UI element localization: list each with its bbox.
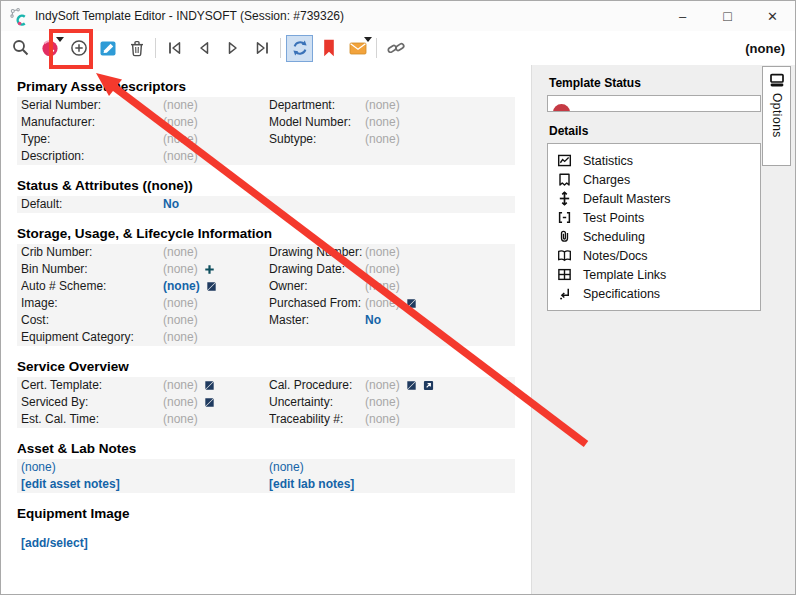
delete-icon — [127, 38, 147, 58]
field-cell: Equipment Category: — [21, 329, 163, 346]
history-button[interactable] — [36, 35, 63, 62]
app-window: IndySoft Template Editor - INDYSOFT (Ses… — [0, 0, 796, 595]
field-cell: (none) — [163, 329, 269, 346]
field-row: Serviced By:(none)Uncertainty:(none) — [17, 394, 515, 411]
details-label: Details — [549, 124, 795, 138]
assign-icon[interactable] — [204, 380, 215, 391]
plus-icon[interactable] — [204, 264, 215, 275]
section-fields: Default:No — [17, 196, 515, 213]
field-cell: Cert. Template: — [21, 377, 163, 394]
field-cell: Subtype: — [269, 131, 365, 148]
minimize-button[interactable]: – — [660, 1, 705, 31]
assign-icon[interactable] — [406, 298, 417, 309]
field-cell: Owner: — [269, 278, 365, 295]
next-record-button[interactable] — [219, 35, 246, 62]
dropdown-caret-icon[interactable] — [56, 37, 64, 42]
field-row: Crib Number:(none)Drawing Number:(none) — [17, 244, 515, 261]
edit-button[interactable] — [94, 35, 121, 62]
details-item-statistics[interactable]: Statistics — [548, 151, 760, 170]
details-item-test-points[interactable]: Test Points — [548, 208, 760, 227]
section-title: Status & Attributes ((none)) — [17, 178, 515, 193]
field-value-link[interactable]: (none) — [21, 459, 56, 476]
details-item-template-links[interactable]: Template Links — [548, 265, 760, 284]
field-cell: Master: — [269, 312, 365, 329]
edit-link[interactable]: [edit asset notes] — [21, 476, 120, 493]
field-label: Cal. Procedure: — [269, 377, 352, 394]
field-cell: (none) — [365, 131, 515, 148]
field-value: (none) — [365, 295, 400, 312]
field-value: (none) — [163, 148, 198, 165]
details-item-charges[interactable]: Charges — [548, 170, 760, 189]
template-links-icon — [557, 267, 573, 283]
refresh-button[interactable] — [286, 35, 313, 62]
assign-icon[interactable] — [204, 397, 215, 408]
field-cell: (none) — [163, 244, 269, 261]
field-value: (none) — [365, 377, 400, 394]
field-label: Description: — [21, 148, 84, 165]
field-cell: (none) — [365, 261, 515, 278]
section: Asset & Lab Notes(none)(none)[edit asset… — [17, 441, 515, 493]
dropdown-caret-icon[interactable] — [364, 37, 372, 42]
field-cell: Est. Cal. Time: — [21, 411, 163, 428]
field-row: Manufacturer:(none)Model Number:(none) — [17, 114, 515, 131]
field-cell: Drawing Number: — [269, 244, 365, 261]
field-label: Est. Cal. Time: — [21, 411, 99, 428]
bookmark-button[interactable] — [315, 35, 342, 62]
template-status-label: Template Status — [549, 76, 795, 90]
section: Storage, Usage, & Lifecycle InformationC… — [17, 226, 515, 346]
edit-link[interactable]: [edit lab notes] — [269, 476, 354, 493]
field-value-link[interactable]: No — [163, 196, 179, 213]
field-cell: (none) — [365, 295, 515, 312]
details-item-specifications[interactable]: Specifications — [548, 284, 760, 303]
maximize-button[interactable]: □ — [705, 1, 750, 31]
field-value-link[interactable]: (none) — [269, 459, 304, 476]
edit-link[interactable]: [add/select] — [21, 535, 88, 552]
section-title: Storage, Usage, & Lifecycle Information — [17, 226, 515, 241]
details-item-label: Default Masters — [583, 192, 671, 206]
open-icon[interactable] — [423, 380, 434, 391]
charges-icon — [557, 172, 573, 188]
assign-icon[interactable] — [206, 281, 217, 292]
field-value: (none) — [365, 131, 400, 148]
specifications-icon — [557, 286, 573, 302]
field-value-link[interactable]: (none) — [163, 278, 200, 295]
delete-button[interactable] — [123, 35, 150, 62]
add-new-button[interactable] — [65, 35, 92, 62]
email-button[interactable] — [344, 35, 371, 62]
search-button[interactable] — [7, 35, 34, 62]
first-record-button[interactable] — [161, 35, 188, 62]
field-cell: No — [163, 196, 269, 213]
field-value: (none) — [163, 394, 198, 411]
field-cell: (none) — [365, 244, 515, 261]
details-item-label: Scheduling — [583, 230, 645, 244]
field-label: Serial Number: — [21, 97, 101, 114]
field-cell: (none) — [163, 261, 269, 278]
current-record-label: (none) — [745, 41, 785, 56]
edit-icon — [98, 38, 118, 58]
field-cell: Uncertainty: — [269, 394, 365, 411]
section-fields: Serial Number:(none)Department:(none)Man… — [17, 97, 515, 165]
link-button[interactable] — [382, 35, 409, 62]
field-row: Equipment Category:(none) — [17, 329, 515, 346]
content-area: Primary Asset DescriptorsSerial Number:(… — [1, 65, 795, 594]
details-item-label: Specifications — [583, 287, 660, 301]
section-fields: Crib Number:(none)Drawing Number:(none)B… — [17, 244, 515, 346]
details-item-default-masters[interactable]: Default Masters — [548, 189, 760, 208]
field-cell: Model Number: — [269, 114, 365, 131]
field-value-link[interactable]: No — [365, 312, 381, 329]
options-tab[interactable]: Options — [762, 66, 791, 166]
template-status-field[interactable] — [547, 95, 761, 112]
previous-record-button[interactable] — [190, 35, 217, 62]
close-button[interactable]: ✕ — [750, 1, 795, 31]
assign-icon[interactable] — [406, 380, 417, 391]
field-cell: (none) — [163, 394, 269, 411]
field-cell: Serial Number: — [21, 97, 163, 114]
last-record-button[interactable] — [248, 35, 275, 62]
search-icon — [11, 38, 31, 58]
details-item-scheduling[interactable]: Scheduling — [548, 227, 760, 246]
details-item-label: Notes/Docs — [583, 249, 648, 263]
details-item-notes-docs[interactable]: Notes/Docs — [548, 246, 760, 265]
field-value: (none) — [365, 261, 400, 278]
field-label: Owner: — [269, 278, 308, 295]
options-tab-label: Options — [770, 93, 784, 138]
